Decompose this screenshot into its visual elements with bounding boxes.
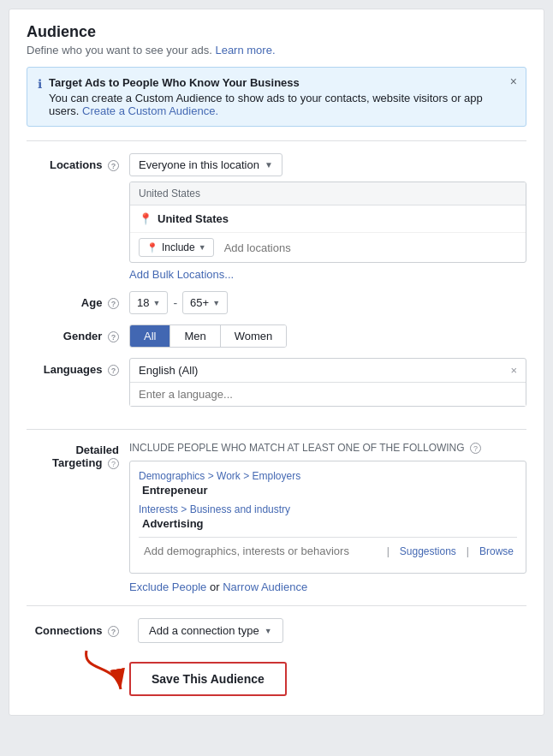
languages-label: Languages ?	[27, 358, 129, 376]
targeting-browse-button[interactable]: Browse	[476, 539, 517, 564]
exclude-people-link[interactable]: Exclude People	[129, 580, 206, 593]
include-pin-icon: 📍	[146, 242, 158, 253]
gender-button-group: All Men Women	[129, 324, 287, 348]
connections-row: Connections ? Add a connection type ▼	[27, 618, 526, 643]
include-caret-icon: ▼	[199, 243, 206, 252]
targeting-add-input[interactable]	[139, 538, 380, 564]
age-info-icon[interactable]: ?	[108, 298, 119, 309]
targeting-footer: Exclude People or Narrow Audience	[129, 580, 526, 593]
page-title: Audience	[27, 23, 526, 41]
targeting-box: Demographics > Work > Employers Entrepen…	[129, 461, 526, 574]
detailed-targeting-desc: INCLUDE people who match at least ONE of…	[129, 442, 526, 454]
language-selected-value: English (All)	[139, 364, 198, 377]
language-input[interactable]	[130, 383, 526, 406]
gender-men-button[interactable]: Men	[170, 325, 220, 347]
locations-control: Everyone in this location ▼ United State…	[129, 153, 526, 281]
add-locations-input[interactable]	[219, 239, 517, 257]
location-dropdown-button[interactable]: Everyone in this location ▼	[129, 153, 282, 176]
language-selected-row: English (All) ×	[130, 359, 526, 383]
languages-info-icon[interactable]: ?	[108, 365, 119, 376]
age-label: Age ?	[27, 291, 129, 309]
age-dash: -	[173, 296, 177, 310]
location-pin-icon: 📍	[139, 212, 152, 225]
connection-caret-icon: ▼	[265, 627, 272, 635]
or-text: or	[210, 580, 223, 593]
gender-women-button[interactable]: Women	[221, 325, 287, 347]
gender-info-icon[interactable]: ?	[108, 331, 119, 342]
add-bulk-locations-link[interactable]: Add Bulk Locations...	[129, 268, 234, 281]
location-include-row: 📍 Include ▼	[130, 233, 526, 262]
info-icon: ℹ	[38, 77, 42, 91]
age-min-dropdown[interactable]: 18 ▼	[129, 291, 168, 314]
dropdown-caret-icon: ▼	[265, 160, 273, 170]
languages-control: English (All) ×	[129, 358, 526, 407]
connections-label: Connections ?	[27, 624, 129, 637]
language-remove-button[interactable]: ×	[510, 364, 517, 377]
targeting-term-2: Advertising	[139, 517, 517, 530]
save-section: Save This Audience	[27, 655, 526, 701]
red-arrow-annotation	[78, 646, 146, 698]
age-control: 18 ▼ - 65+ ▼	[129, 291, 526, 314]
targeting-breadcrumb-2: Interests > Business and industry	[139, 503, 517, 515]
detailed-targeting-info-icon[interactable]: ?	[108, 458, 119, 469]
gender-all-button[interactable]: All	[130, 325, 170, 347]
gender-control: All Men Women	[129, 324, 526, 348]
language-box: English (All) ×	[129, 358, 526, 407]
location-header: United States	[130, 182, 526, 205]
banner-close-button[interactable]: ×	[510, 74, 517, 88]
banner-text: Target Ads to People Who Know Your Busin…	[49, 76, 500, 117]
save-audience-button[interactable]: Save This Audience	[129, 662, 287, 696]
age-max-dropdown[interactable]: 65+ ▼	[182, 291, 228, 314]
connections-info-icon[interactable]: ?	[108, 626, 119, 637]
targeting-divider: |	[380, 545, 396, 557]
detailed-targeting-section: Detailed Targeting ? INCLUDE people who …	[27, 429, 526, 605]
targeting-term-1: Entrepeneur	[139, 484, 517, 497]
info-banner: ℹ Target Ads to People Who Know Your Bus…	[27, 67, 526, 127]
include-dropdown-button[interactable]: 📍 Include ▼	[139, 238, 214, 257]
locations-label: Locations ?	[27, 153, 129, 171]
page-subtitle: Define who you want to see your ads. Lea…	[27, 44, 526, 57]
targeting-suggestions-button[interactable]: Suggestions	[396, 539, 460, 564]
create-audience-link[interactable]: Create a Custom Audience.	[82, 104, 218, 117]
connection-type-dropdown[interactable]: Add a connection type ▼	[138, 618, 283, 643]
detailed-targeting-desc-info-icon[interactable]: ?	[470, 443, 481, 454]
targeting-browse-divider: |	[460, 545, 476, 557]
narrow-audience-link[interactable]: Narrow Audience	[223, 580, 307, 593]
detailed-targeting-control: INCLUDE people who match at least ONE of…	[129, 442, 526, 593]
location-box: United States 📍 United States 📍 Include …	[129, 182, 526, 263]
learn-more-link[interactable]: Learn more.	[215, 44, 275, 57]
locations-info-icon[interactable]: ?	[108, 160, 119, 171]
location-name: United States	[158, 212, 229, 225]
age-max-caret-icon: ▼	[212, 299, 220, 307]
location-item: 📍 United States	[130, 205, 526, 233]
gender-label: Gender ?	[27, 324, 129, 342]
targeting-breadcrumb-1: Demographics > Work > Employers	[139, 470, 517, 482]
targeting-add-row: | Suggestions | Browse	[139, 537, 517, 564]
age-min-caret-icon: ▼	[152, 299, 160, 307]
